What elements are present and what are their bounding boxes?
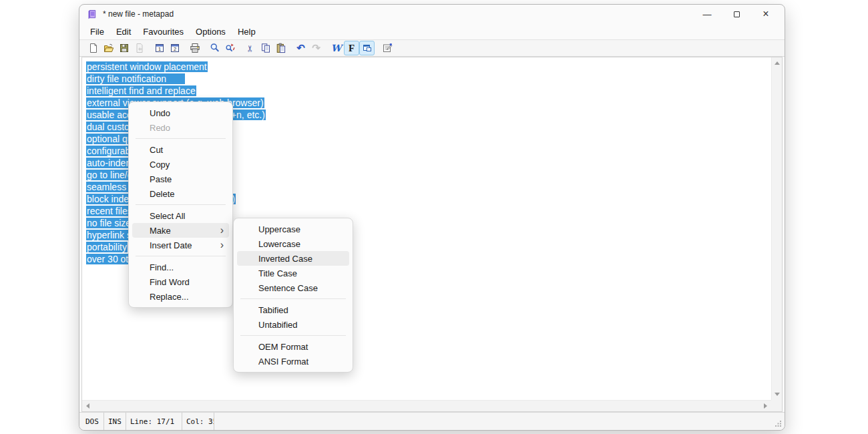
status-pane-filler [214,413,785,430]
toolbar-new-file-button[interactable] [85,41,101,55]
text-line[interactable]: intelligent find and replace [86,85,771,97]
resize-grip-icon[interactable] [775,421,781,427]
make-submenu-item-untabified[interactable]: Untabified [237,317,349,332]
font-toggle-icon: F [349,43,355,53]
scroll-right-arrow-icon[interactable] [764,403,767,409]
context-menu-item-undo[interactable]: Undo [132,105,229,120]
revert-file-icon [134,43,145,53]
make-submenu-item-inverted-case[interactable]: Inverted Case [237,251,349,266]
context-menu-item-paste[interactable]: Paste [132,172,229,186]
maximize-button[interactable] [722,5,751,23]
toolbar-settings-button[interactable] [379,41,395,55]
status-pane-col: Col: 35 [182,413,214,430]
menu-item-label: Redo [150,123,224,133]
open-file-icon [103,43,114,53]
scroll-up-arrow-icon[interactable] [775,61,780,65]
toolbar-window-toggle-button[interactable] [359,41,375,55]
context-menu-item-select-all[interactable]: Select All [132,208,229,223]
svg-text:2: 2 [173,46,176,52]
minimize-button[interactable]: — [692,5,722,23]
make-submenu-item-tabified[interactable]: Tabified [237,302,349,317]
title-bar[interactable]: * new file - metapad — × [79,5,785,23]
make-submenu-item-ansi-format[interactable]: ANSI Format [237,354,349,369]
toolbar-redo-button[interactable]: ↷ [308,41,324,55]
minimize-icon: — [703,9,712,19]
context-menu-item-find-word[interactable]: Find Word [132,274,229,289]
menu-item-label: Copy [150,160,224,170]
scrollbar-corner [771,400,782,411]
menu-item-label: Untabified [258,320,344,330]
menubar-item-edit[interactable]: Edit [110,25,137,39]
menu-item-label: Find Word [150,277,224,287]
make-submenu-item-title-case[interactable]: Title Case [237,266,349,280]
print-icon [190,43,200,53]
scroll-down-arrow-icon[interactable] [775,393,780,396]
make-submenu-item-uppercase[interactable]: Uppercase [237,222,349,236]
new-file-icon [88,43,99,53]
context-menu-item-delete[interactable]: Delete [132,186,229,201]
maximize-icon [734,11,740,17]
horizontal-scrollbar[interactable] [82,400,771,411]
context-menu-item-redo[interactable]: Redo [132,120,229,135]
toolbar-cut-button[interactable]: ✂ [242,41,258,55]
make-submenu-item-sentence-case[interactable]: Sentence Case [237,280,349,295]
close-button[interactable]: × [751,5,781,23]
context-menu-item-replace[interactable]: Replace... [132,289,229,304]
redo-icon: ↷ [312,43,320,53]
menu-item-label: Delete [150,189,224,199]
window-toggle-icon [362,43,373,53]
text-line[interactable]: dirty file notification [86,73,771,85]
menubar-item-favourites[interactable]: Favourites [137,25,190,39]
menu-item-label: Insert Date [150,240,220,250]
toolbar-revert-file-button[interactable] [132,41,147,55]
menu-item-label: Inverted Case [258,254,344,264]
menu-item-label: OEM Format [258,342,344,352]
toolbar-find-next-button[interactable] [222,41,238,55]
menu-item-label: Paste [150,174,224,184]
find-icon [210,43,220,53]
menu-item-label: Tabified [258,305,344,315]
toolbar-print-button[interactable] [187,41,202,55]
toolbar-font-toggle-button[interactable]: F [344,41,359,55]
context-menu-item-find[interactable]: Find... [132,260,229,274]
vertical-scrollbar[interactable] [771,57,782,400]
toolbar-word-wrap-button[interactable]: W [329,41,344,55]
toolbar-paste-button[interactable] [273,41,288,55]
scroll-left-arrow-icon[interactable] [86,403,89,409]
undo-icon: ↶ [296,43,305,53]
context-menu-item-cut[interactable]: Cut [132,142,229,157]
toolbar-find-button[interactable] [207,41,222,55]
menu-item-label: Sentence Case [258,283,344,293]
context-menu-item-copy[interactable]: Copy [132,157,229,172]
toolbar-undo-button[interactable]: ↶ [293,41,308,55]
text-line[interactable]: persistent window placement [86,61,771,73]
window-controls: — × [692,5,781,23]
menu-separator [240,335,346,336]
menu-item-label: Undo [150,108,224,118]
submenu-chevron-icon: › [220,239,224,251]
menubar-item-help[interactable]: Help [232,25,262,39]
paste-icon [276,43,286,53]
make-submenu-item-lowercase[interactable]: Lowercase [237,236,349,251]
menu-item-label: ANSI Format [258,357,344,367]
selected-text: intelligent find and replace [86,85,196,96]
menubar-item-file[interactable]: File [84,25,110,39]
toolbar-save-file-button[interactable] [116,41,132,55]
selected-text: portability [86,242,128,252]
status-pane-line: Line: 17/1 [126,413,182,430]
toolbar-copy-button[interactable] [258,41,273,55]
menu-item-label: Find... [150,262,224,272]
settings-icon [382,43,393,53]
context-menu-item-make[interactable]: Make› [132,223,229,238]
selected-text: persistent window placement [86,61,208,72]
toolbar-open-file-button[interactable] [101,41,116,55]
context-menu-item-insert-date[interactable]: Insert Date› [132,238,229,252]
window-title: * new file - metapad [103,9,174,19]
word-wrap-icon: W [331,43,342,53]
toolbar-viewer-2-button[interactable]: 2 [167,41,182,55]
menubar-item-options[interactable]: Options [190,25,232,39]
make-submenu-item-oem-format[interactable]: OEM Format [237,339,349,354]
toolbar-viewer-1-button[interactable]: 1 [152,41,167,55]
menu-separator [136,256,226,256]
find-next-icon [225,43,236,53]
